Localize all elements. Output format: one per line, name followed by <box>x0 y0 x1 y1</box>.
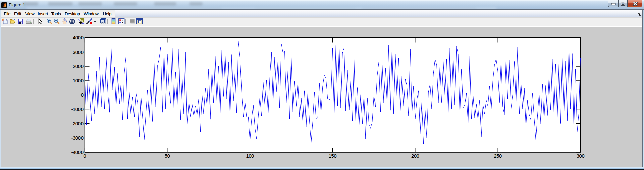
svg-text:200: 200 <box>411 153 419 159</box>
svg-text:150: 150 <box>329 153 337 159</box>
svg-text:1000: 1000 <box>73 78 83 83</box>
svg-text:300: 300 <box>577 153 585 159</box>
svg-text:50: 50 <box>165 153 170 159</box>
svg-text:4000: 4000 <box>73 35 83 40</box>
svg-text:-3000: -3000 <box>71 135 84 141</box>
svg-text:3000: 3000 <box>73 50 83 55</box>
svg-text:2000: 2000 <box>73 64 83 69</box>
svg-text:0: 0 <box>81 92 84 98</box>
svg-text:-4000: -4000 <box>71 150 84 155</box>
svg-text:-1000: -1000 <box>71 107 84 112</box>
svg-text:250: 250 <box>494 153 502 159</box>
svg-text:100: 100 <box>246 153 254 159</box>
svg-text:-2000: -2000 <box>71 121 84 126</box>
svg-text:0: 0 <box>84 153 86 159</box>
